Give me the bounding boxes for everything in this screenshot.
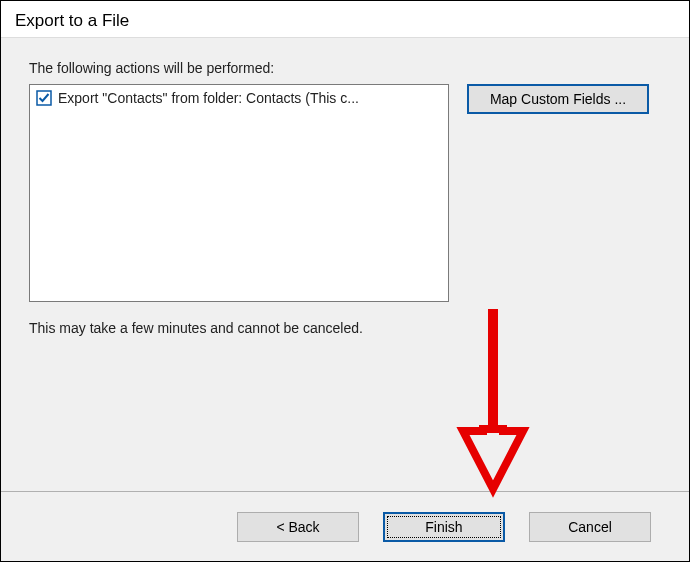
checkbox-checked-icon[interactable] xyxy=(36,90,52,106)
back-button[interactable]: < Back xyxy=(237,512,359,542)
content-area: The following actions will be performed:… xyxy=(1,37,689,491)
export-wizard-window: Export to a File The following actions w… xyxy=(0,0,690,562)
action-item[interactable]: Export "Contacts" from folder: Contacts … xyxy=(36,89,442,107)
cancel-button[interactable]: Cancel xyxy=(529,512,651,542)
titlebar: Export to a File xyxy=(1,1,689,37)
map-custom-fields-button[interactable]: Map Custom Fields ... xyxy=(467,84,649,114)
note-text: This may take a few minutes and cannot b… xyxy=(29,320,661,336)
actions-prompt-label: The following actions will be performed: xyxy=(29,60,661,76)
finish-button[interactable]: Finish xyxy=(383,512,505,542)
actions-row: Export "Contacts" from folder: Contacts … xyxy=(29,84,661,302)
wizard-button-bar: < Back Finish Cancel xyxy=(1,491,689,561)
action-item-label: Export "Contacts" from folder: Contacts … xyxy=(58,90,359,106)
window-title: Export to a File xyxy=(15,11,675,31)
actions-list: Export "Contacts" from folder: Contacts … xyxy=(29,84,449,302)
